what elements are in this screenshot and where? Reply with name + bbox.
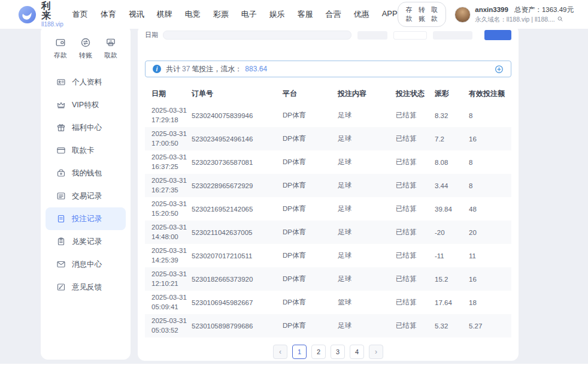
sidebar-item-withdraw-card[interactable]: 取款卡 [46,139,126,162]
cell-bet-content: 足球 [338,135,351,142]
cell-date: 2025-03-3117:29:18 [151,106,192,125]
nav-item-esports[interactable]: 电竞 [185,9,201,20]
nav-item-board-games[interactable]: 棋牌 [157,9,172,20]
cell-valid-amount: 11 [469,252,476,260]
username: anxin3399 [475,6,508,13]
sidebar-item-bet-records[interactable]: 投注记录 [46,207,126,230]
cell-date: 2025-03-3105:03:52 [151,316,192,335]
nav-item-customer-service[interactable]: 客服 [298,9,313,20]
table-row: 2025-03-3114:48:005230211042637005DP体育足球… [145,221,511,244]
search-icon[interactable] [557,16,563,22]
cell-bet-status: 已结算 [396,158,417,165]
shortcut-label: 转账 [79,51,92,60]
column-header: 投注状态 [396,83,435,104]
column-header: 订单号 [192,83,283,104]
cell-bet-status: 已结算 [396,252,417,259]
cell-payout: -11 [435,252,444,260]
cell-platform: DP体育 [283,158,306,165]
expand-plus-icon[interactable] [495,65,504,74]
logo[interactable]: 利 来 ll188.vip [18,1,63,28]
avatar[interactable] [454,7,471,23]
pagination-next-button[interactable]: › [369,345,383,359]
sidebar-item-profile[interactable]: 个人资料 [46,71,126,93]
table-row: 2025-03-3115:20:505230216952142065DP体育足球… [145,197,511,221]
cell-bet-status: 已结算 [396,322,417,329]
sidebar-item-welfare-center[interactable]: 福利中心 [46,116,126,139]
cell-order-no: 5230207017210511 [192,252,252,260]
cell-bet-status: 已结算 [396,228,417,236]
sidebar-item-my-wallet[interactable]: 我的钱包 [46,162,126,185]
sidebar-item-message-center[interactable]: 消息中心 [46,253,126,276]
sidebar-item-feedback[interactable]: 意见反馈 [46,276,126,298]
pagination-page-1[interactable]: 1 [292,345,307,359]
sidebar-shortcuts: 存款转账取款 [41,37,131,60]
cell-valid-amount: 8 [469,159,472,166]
feedback-icon [56,282,66,292]
bet-records-table: 日期订单号平台投注内容投注状态派彩有效投注额 2025-03-3117:29:1… [145,83,511,337]
shortcut-deposit[interactable]: 存款 [54,37,67,60]
cell-payout: 7.2 [435,135,444,143]
nav-item-promotions[interactable]: 优惠 [354,9,369,20]
nav-item-entertainment[interactable]: 娱乐 [269,9,285,20]
cell-valid-amount: 20 [469,229,477,236]
cell-bet-content: 足球 [338,111,351,119]
search-button[interactable] [484,30,511,40]
wallet-action-transfer[interactable]: 转账 [419,5,425,23]
filter-segment[interactable] [357,31,387,40]
table-row: 2025-03-3117:00:505230234952496146DP体育足球… [145,127,511,150]
logo-icon [18,5,37,24]
sidebar-item-label: 意见反馈 [72,282,102,292]
nav-item-partnership[interactable]: 合营 [326,9,341,20]
pagination-page-3[interactable]: 3 [331,345,345,359]
sidebar: 存款转账取款 个人资料VIP特权福利中心取款卡我的钱包交易记录投注记录兑奖记录消… [41,25,131,360]
column-header: 平台 [283,83,338,104]
cell-bet-content: 足球 [338,205,351,212]
cell-platform: DP体育 [283,135,306,142]
filter-segment[interactable] [433,31,472,40]
table-header-row: 日期订单号平台投注内容投注状态派彩有效投注额 [145,83,511,104]
pagination-prev-button[interactable]: ‹ [273,345,287,359]
cell-valid-amount: 18 [469,299,477,306]
sidebar-item-label: 我的钱包 [72,168,102,179]
sidebar-item-transaction-records[interactable]: 交易记录 [46,185,126,207]
nav-item-app[interactable]: APP [382,9,398,20]
wallet-action-deposit[interactable]: 存款 [406,5,413,23]
wallet-action-withdraw[interactable]: 取款 [431,5,438,23]
header: 利 来 ll188.vip 首页体育视讯棋牌电竞彩票电子娱乐客服合营优惠APP … [0,0,588,29]
date-range-input[interactable] [163,31,351,40]
nav-item-sports[interactable]: 体育 [101,9,116,20]
cell-bet-status: 已结算 [396,205,417,212]
nav-item-lottery[interactable]: 彩票 [213,9,229,20]
nav-item-home[interactable]: 首页 [72,9,88,20]
cell-valid-amount: 5.27 [469,322,482,330]
cell-order-no: 5230216952142065 [192,206,253,213]
cell-date: 2025-03-3114:25:39 [151,246,192,265]
pagination-page-2[interactable]: 2 [311,345,326,359]
wallet-pill: 存款转账取款 [398,2,447,27]
pagination-page-4[interactable]: 4 [350,345,364,359]
user-info: anxin3399总资产：1363.49元 永久域名：ll188.vip | l… [475,5,574,23]
shortcut-transfer[interactable]: 转账 [79,37,92,60]
shortcut-withdraw[interactable]: 取款 [104,37,117,60]
cell-platform: DP体育 [283,275,306,282]
cell-order-no: 5230106945982667 [192,299,253,306]
nav-item-slots[interactable]: 电子 [241,9,257,20]
cell-bet-content: 足球 [338,228,351,236]
table-row: 2025-03-3105:03:525230105898799686DP体育足球… [145,314,511,337]
table-row: 2025-03-3114:25:395230207017210511DP体育足球… [145,244,511,267]
column-header: 派彩 [435,83,469,104]
cell-payout: -20 [435,229,445,236]
cell-bet-status: 已结算 [396,111,417,119]
cell-valid-amount: 8 [469,182,472,189]
sidebar-menu: 个人资料VIP特权福利中心取款卡我的钱包交易记录投注记录兑奖记录消息中心意见反馈 [41,71,131,298]
sidebar-item-vip[interactable]: VIP特权 [46,93,126,116]
cell-valid-amount: 16 [469,276,477,283]
logo-domain: ll188.vip [41,22,63,28]
sidebar-item-redeem-records[interactable]: 兑奖记录 [46,230,126,253]
withdraw-card-icon [56,146,66,155]
nav-item-live-video[interactable]: 视讯 [129,9,144,20]
filter-segment[interactable] [393,31,427,40]
column-header: 投注内容 [338,83,396,104]
summary-prefix: 共计 [166,65,180,73]
vip-icon [56,100,66,110]
